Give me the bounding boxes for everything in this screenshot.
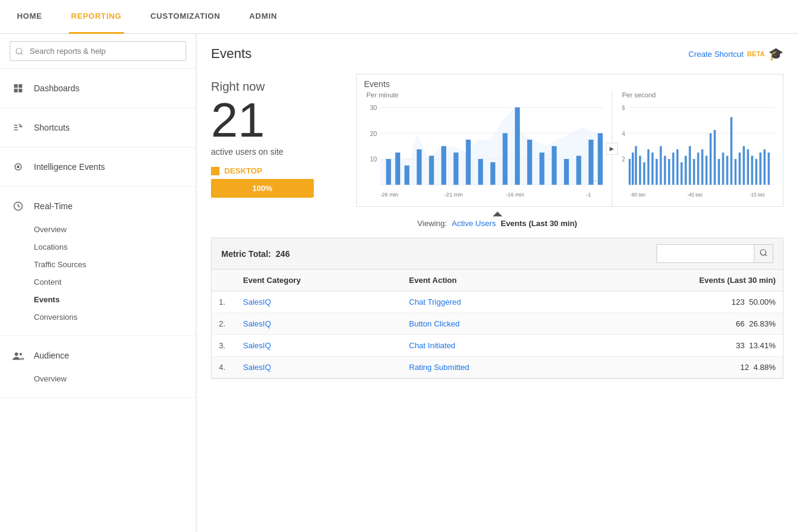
audience-subitems: Overview bbox=[0, 368, 196, 390]
sidebar-item-traffic-sources[interactable]: Traffic Sources bbox=[0, 256, 196, 273]
svg-rect-70 bbox=[706, 156, 707, 185]
svg-rect-2 bbox=[14, 89, 18, 92]
sidebar-item-dashboards[interactable]: Dashboards bbox=[0, 76, 196, 100]
sidebar-item-realtime[interactable]: Real-Time bbox=[0, 194, 196, 218]
category-link[interactable]: SalesIQ bbox=[243, 363, 271, 372]
svg-rect-76 bbox=[730, 117, 732, 185]
intelligence-label: Intelligence Events bbox=[34, 162, 105, 172]
svg-rect-51 bbox=[629, 159, 631, 185]
events-section: Right now 21 active users on site DESKTO… bbox=[211, 74, 783, 207]
svg-rect-67 bbox=[693, 159, 695, 185]
row-action[interactable]: Chat Triggered bbox=[402, 291, 574, 313]
metric-value: 246 bbox=[276, 249, 290, 259]
svg-text:10: 10 bbox=[370, 156, 377, 163]
col-action: Event Action bbox=[402, 270, 574, 291]
row-action[interactable]: Chat Initiated bbox=[402, 335, 574, 357]
category-link[interactable]: SalesIQ bbox=[243, 319, 271, 328]
svg-text:-45 sec: -45 sec bbox=[687, 191, 703, 198]
row-category[interactable]: SalesIQ bbox=[236, 335, 402, 357]
nav-admin[interactable]: ADMIN bbox=[247, 0, 279, 34]
row-category[interactable]: SalesIQ bbox=[236, 357, 402, 378]
sidebar-search-container bbox=[0, 34, 196, 69]
chart-per-minute: Per minute 30 20 10 bbox=[357, 91, 612, 206]
svg-text:-26 min: -26 min bbox=[380, 192, 398, 198]
action-link[interactable]: Chat Triggered bbox=[409, 297, 461, 307]
action-link[interactable]: Rating Submitted bbox=[409, 363, 470, 372]
top-nav: HOME REPORTING CUSTOMIZATION ADMIN bbox=[0, 0, 798, 34]
action-link[interactable]: Chat Initiated bbox=[409, 341, 456, 350]
row-count: 66 bbox=[736, 319, 744, 328]
row-count: 123 bbox=[731, 297, 745, 307]
table-search-input[interactable] bbox=[657, 245, 754, 262]
row-count: 12 bbox=[740, 363, 748, 372]
col-events[interactable]: Events (Last 30 min) bbox=[574, 270, 783, 291]
col-num bbox=[212, 270, 236, 291]
svg-rect-34 bbox=[552, 146, 557, 185]
table-row: 2. SalesIQ Button Clicked 66 26.83% bbox=[212, 313, 783, 335]
chart-container: Events Per minute 30 20 bbox=[356, 74, 783, 207]
sidebar-item-content[interactable]: Content bbox=[0, 273, 196, 291]
nav-home[interactable]: HOME bbox=[15, 0, 45, 34]
row-num: 3. bbox=[212, 335, 236, 357]
sidebar-item-intelligence[interactable]: Intelligence Events bbox=[0, 155, 196, 179]
sidebar-item-events[interactable]: Events bbox=[0, 291, 196, 308]
create-shortcut-link[interactable]: Create Shortcut bbox=[689, 50, 744, 59]
table-row: 3. SalesIQ Chat Initiated 33 13.41% bbox=[212, 335, 783, 357]
svg-rect-27 bbox=[466, 140, 471, 185]
svg-rect-71 bbox=[710, 133, 712, 184]
sidebar-item-audience[interactable]: Audience bbox=[0, 343, 196, 368]
row-num: 2. bbox=[212, 313, 236, 335]
row-category[interactable]: SalesIQ bbox=[236, 313, 402, 335]
right-now-subtitle: active users on site bbox=[211, 147, 344, 157]
svg-rect-22 bbox=[404, 166, 409, 185]
sidebar-section-audience: Audience Overview bbox=[0, 336, 196, 398]
svg-rect-33 bbox=[539, 152, 544, 184]
svg-rect-23 bbox=[417, 149, 421, 185]
svg-rect-31 bbox=[515, 108, 520, 185]
viewing-label: Viewing: bbox=[417, 219, 447, 228]
sidebar-item-locations[interactable]: Locations bbox=[0, 238, 196, 256]
col-category: Event Category bbox=[236, 270, 402, 291]
table-body: 1. SalesIQ Chat Triggered 123 50.00% 2. … bbox=[212, 291, 783, 378]
sidebar-item-shortcuts[interactable]: Shortcuts bbox=[0, 115, 196, 140]
svg-rect-66 bbox=[689, 146, 690, 185]
sidebar-item-overview[interactable]: Overview bbox=[0, 221, 196, 238]
row-action[interactable]: Rating Submitted bbox=[402, 357, 574, 378]
beta-badge: BETA bbox=[747, 50, 765, 57]
row-category[interactable]: SalesIQ bbox=[236, 291, 402, 313]
sidebar-item-conversions[interactable]: Conversions bbox=[0, 308, 196, 326]
right-now-title: Right now bbox=[211, 80, 344, 94]
nav-reporting[interactable]: REPORTING bbox=[69, 0, 124, 34]
category-link[interactable]: SalesIQ bbox=[243, 341, 271, 350]
row-num: 1. bbox=[212, 291, 236, 313]
nav-customization[interactable]: CUSTOMIZATION bbox=[148, 0, 223, 34]
search-input[interactable] bbox=[10, 41, 186, 61]
table-search-btn[interactable] bbox=[754, 245, 773, 262]
svg-rect-69 bbox=[701, 149, 703, 185]
svg-rect-62 bbox=[672, 152, 674, 184]
table-row: 1. SalesIQ Chat Triggered 123 50.00% bbox=[212, 291, 783, 313]
metric-label: Metric Total: bbox=[221, 249, 273, 259]
svg-point-10 bbox=[15, 352, 18, 356]
svg-rect-83 bbox=[759, 152, 761, 184]
svg-text:-1: -1 bbox=[586, 192, 591, 198]
svg-rect-79 bbox=[743, 146, 745, 185]
chart-expand-btn[interactable]: ► bbox=[606, 143, 618, 155]
per-second-label: Per second bbox=[617, 91, 778, 101]
row-action[interactable]: Button Clicked bbox=[402, 313, 574, 335]
sidebar-collapse-btn[interactable]: ❮ bbox=[196, 283, 196, 300]
viewing-active-users[interactable]: Active Users bbox=[452, 219, 496, 228]
sidebar-item-audience-overview[interactable]: Overview bbox=[0, 370, 196, 388]
svg-point-11 bbox=[19, 353, 22, 355]
action-link[interactable]: Button Clicked bbox=[409, 319, 460, 328]
svg-rect-82 bbox=[755, 159, 757, 185]
category-link[interactable]: SalesIQ bbox=[243, 297, 271, 307]
row-events: 66 26.83% bbox=[574, 313, 783, 335]
sidebar-section-realtime: Real-Time Overview Locations Traffic Sou… bbox=[0, 187, 196, 336]
svg-text:-60 sec: -60 sec bbox=[631, 191, 646, 198]
svg-rect-61 bbox=[668, 159, 670, 185]
chart-per-second: Per second 6 4 2 bbox=[612, 91, 783, 206]
svg-text:6: 6 bbox=[622, 104, 625, 111]
svg-rect-26 bbox=[453, 152, 458, 184]
svg-rect-25 bbox=[441, 146, 446, 185]
